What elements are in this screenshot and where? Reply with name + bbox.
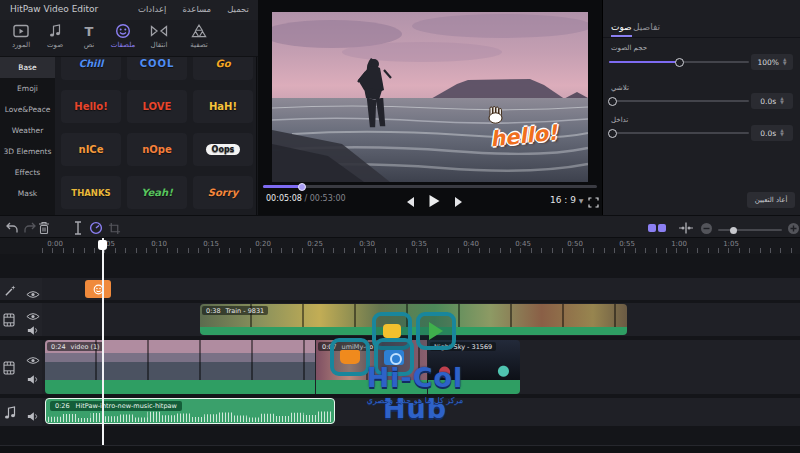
timeline-scrollbar[interactable] <box>0 445 800 453</box>
timeline-zoom-knob[interactable] <box>730 227 737 234</box>
ruler-label: 0:55 <box>617 240 637 248</box>
volume-label: حجم الصوت <box>611 44 647 52</box>
ruler-label: 0:35 <box>409 240 429 248</box>
sticker-hah[interactable]: HaH! <box>193 90 253 123</box>
ruler-label: 0:25 <box>305 240 325 248</box>
category-love-peace[interactable]: Love&Peace <box>0 99 55 120</box>
sticker-category-list: Base Emoji Love&Peace Weather 3D Element… <box>0 57 55 215</box>
media-icon <box>13 23 29 39</box>
video-preview-panel: hello! 00:05:08 / 00:53:00 16 : 9 ▼ <box>258 0 602 215</box>
chevron-down-icon: ▼ <box>579 197 584 204</box>
reset-button[interactable]: أعاد التعيين <box>747 192 795 208</box>
nav-tab-filter[interactable]: تصفية <box>180 23 218 55</box>
tab-details[interactable]: تفاصيل <box>633 22 660 32</box>
nav-tab-media[interactable]: المورد <box>2 23 40 55</box>
fade-in-slider[interactable] <box>609 100 749 102</box>
transport-controls <box>406 192 463 211</box>
fade-in-label: تلاشي <box>611 84 629 92</box>
timeline-toolbar <box>0 215 800 238</box>
zoom-in-icon <box>787 222 800 235</box>
fade-in-value-box[interactable]: 0.0s ▲▼ <box>751 93 793 109</box>
timeline-zoom-out-button[interactable] <box>698 220 714 236</box>
ruler-label: 0:30 <box>357 240 377 248</box>
filter-icon <box>191 23 207 39</box>
sticker-hello[interactable]: Hello! <box>61 90 121 123</box>
ruler-label: 1:00 <box>669 240 689 248</box>
prev-frame-button[interactable] <box>406 192 415 211</box>
stepper-icon[interactable]: ▲▼ <box>780 97 783 105</box>
fade-out-slider[interactable] <box>609 132 749 134</box>
sticker-oops[interactable]: Oops <box>193 133 253 166</box>
category-effects[interactable]: Effects <box>0 162 55 183</box>
fade-in-slider-knob[interactable] <box>608 97 617 106</box>
divider <box>603 37 800 38</box>
speed-gauge-icon <box>89 221 103 235</box>
split-button[interactable] <box>70 220 86 236</box>
playhead-handle[interactable] <box>98 240 107 250</box>
nav-tab-transition[interactable]: انتقال <box>140 23 178 55</box>
sticker-yeah[interactable]: Yeah! <box>127 176 187 209</box>
seek-handle[interactable] <box>298 183 306 191</box>
category-mask[interactable]: Mask <box>0 183 55 204</box>
timeline-zoom-slider[interactable] <box>718 229 782 231</box>
sticker-nice[interactable]: nICe <box>61 133 121 166</box>
sticker-grid: Chill COOL Go Hello! LOVE HaH! nICe nOpe… <box>55 57 257 215</box>
ripple-toggle-icon <box>658 224 666 232</box>
nav-tab-stickers[interactable]: ملصقات <box>104 23 142 55</box>
snap-button[interactable] <box>678 220 694 236</box>
fade-out-value-box[interactable]: 0.0s ▲▼ <box>751 125 793 141</box>
timeline-tracks: 0:38 Train - 9831 0:24 video (1) 0:07 um… <box>0 254 800 445</box>
play-button[interactable] <box>429 192 440 211</box>
current-time: 00:05:08 <box>266 194 302 203</box>
sticker-sorry[interactable]: Sorry <box>193 176 253 209</box>
ruler-label: 0:45 <box>513 240 533 248</box>
sticker-cool[interactable]: COOL <box>127 57 187 80</box>
fullscreen-button[interactable] <box>588 193 599 212</box>
volume-slider-knob[interactable] <box>675 58 684 67</box>
undo-icon <box>5 222 19 234</box>
ruler-label: 0:00 <box>45 240 65 248</box>
trash-icon <box>38 221 50 235</box>
stepper-icon[interactable]: ▲▼ <box>780 129 783 137</box>
category-base[interactable]: Base <box>0 57 55 78</box>
watermark-subtitle: مركز كل ما هو جديد وحصري <box>330 396 500 405</box>
category-weather[interactable]: Weather <box>0 120 55 141</box>
sticker-love[interactable]: LOVE <box>127 90 187 123</box>
sticker-go[interactable]: Go <box>193 57 253 80</box>
undo-button[interactable] <box>4 220 20 236</box>
sticker-chill[interactable]: Chill <box>61 57 121 80</box>
sticker-smiley-icon <box>115 23 131 39</box>
speed-button[interactable] <box>88 220 104 236</box>
track-view-toggle[interactable] <box>648 224 666 232</box>
nav-tab-text[interactable]: T نص <box>70 23 108 55</box>
sticker-nope[interactable]: nOpe <box>127 133 187 166</box>
ruler-ticks <box>42 248 800 253</box>
seek-bar[interactable] <box>263 185 597 188</box>
play-app-icon <box>416 312 456 350</box>
menu-item-help[interactable]: مساعدة <box>182 4 211 14</box>
ripple-toggle-icon <box>648 224 656 232</box>
music-note-icon <box>49 23 61 39</box>
volume-slider[interactable] <box>609 61 749 63</box>
next-frame-button[interactable] <box>454 192 463 211</box>
sticker-thanks[interactable]: THANKS <box>61 176 121 209</box>
timeline-ruler[interactable]: 0:00 0:05 0:10 0:15 0:20 0:25 0:30 0:35 … <box>0 238 800 254</box>
menu-item-download[interactable]: تحميل <box>227 4 249 14</box>
menu-item-settings[interactable]: إعدادات <box>138 4 166 14</box>
crop-icon <box>108 222 121 235</box>
aspect-ratio-dropdown[interactable]: 16 : 9 ▼ <box>550 195 583 205</box>
menu-bar: إعدادات مساعدة تحميل <box>138 4 249 14</box>
crop-button[interactable] <box>106 220 122 236</box>
nav-tab-audio[interactable]: صوت <box>36 23 74 55</box>
timeline-zoom-in-button[interactable] <box>785 220 800 236</box>
volume-value-box[interactable]: 100% ▲▼ <box>751 54 793 70</box>
category-3d-elements[interactable]: 3D Elements <box>0 141 55 162</box>
fade-out-label: تداخل <box>611 116 628 124</box>
fade-out-slider-knob[interactable] <box>608 129 617 138</box>
stepper-icon[interactable]: ▲▼ <box>783 58 786 66</box>
delete-button[interactable] <box>36 220 52 236</box>
watermark-overlay: Hi-Col Hub مركز كل ما هو جديد وحصري <box>0 254 800 445</box>
category-emoji[interactable]: Emoji <box>0 78 55 99</box>
text-icon: T <box>85 23 94 39</box>
tab-audio[interactable]: صوت <box>611 22 632 37</box>
